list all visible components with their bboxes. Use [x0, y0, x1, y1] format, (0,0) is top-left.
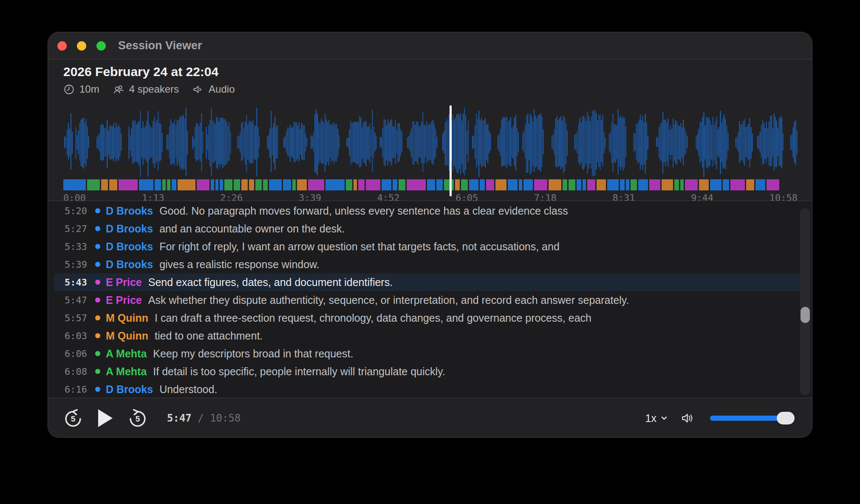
speaker-segment[interactable] — [427, 179, 435, 190]
transcript-row[interactable]: 5:39D Brooksgives a realistic response w… — [54, 255, 803, 273]
speaker-segment[interactable] — [620, 179, 625, 190]
speaker-segment[interactable] — [346, 179, 352, 190]
transcript-row[interactable]: 5:33D BrooksFor right of reply, I want a… — [54, 238, 803, 255]
duration-label: 10m — [79, 83, 99, 95]
speaker-segment[interactable] — [631, 179, 637, 190]
minimize-window-button[interactable] — [77, 41, 86, 51]
speaker-segment[interactable] — [297, 179, 307, 190]
speaker-segment[interactable] — [119, 179, 138, 190]
speaker-segment[interactable] — [234, 179, 240, 190]
skip-back-5-button[interactable]: 5 — [63, 408, 83, 428]
speaker-segment[interactable] — [461, 179, 467, 190]
transcript-row[interactable]: 5:47E PriceAsk whether they dispute auth… — [54, 291, 803, 309]
speaker-segment[interactable] — [730, 179, 745, 190]
speaker-segment[interactable] — [469, 179, 479, 190]
speaker-segment[interactable] — [436, 179, 443, 190]
speaker-segment[interactable] — [178, 179, 195, 190]
speaker-segment[interactable] — [407, 179, 426, 190]
speaker-segment[interactable] — [87, 179, 100, 190]
volume-slider-thumb[interactable] — [777, 412, 795, 425]
speaker-segment[interactable] — [263, 179, 268, 190]
speaker-segment[interactable] — [674, 179, 679, 190]
speaker-segment[interactable] — [649, 179, 661, 190]
playhead[interactable] — [450, 105, 452, 196]
speaker-segment[interactable] — [215, 179, 219, 190]
speaker-segment[interactable] — [255, 179, 262, 190]
speaker-segment[interactable] — [534, 179, 547, 190]
speaker-segment[interactable] — [699, 179, 709, 190]
speaker-segment[interactable] — [549, 179, 561, 190]
transcript-row[interactable]: 5:27D Brooksand an accountable owner on … — [54, 220, 803, 238]
speaker-name: E Price — [106, 276, 142, 289]
volume-slider[interactable] — [710, 416, 793, 421]
speaker-segment[interactable] — [220, 179, 223, 190]
speaker-segment[interactable] — [577, 179, 581, 190]
speaker-segment[interactable] — [597, 179, 606, 190]
skip-forward-5-button[interactable]: 5 — [128, 408, 147, 428]
speaker-segment[interactable] — [224, 179, 232, 190]
speaker-segment[interactable] — [241, 179, 248, 190]
speaker-segment[interactable] — [723, 179, 729, 190]
speaker-segment[interactable] — [366, 179, 380, 190]
speaker-segment[interactable] — [607, 179, 619, 190]
speaker-segment[interactable] — [519, 179, 522, 190]
speaker-segment[interactable] — [508, 179, 518, 190]
speaker-segment[interactable] — [139, 179, 153, 190]
waveform[interactable] — [63, 108, 798, 177]
scrollbar-thumb[interactable] — [801, 307, 810, 323]
row-timestamp: 5:57 — [63, 313, 87, 323]
speaker-segment[interactable] — [211, 179, 214, 190]
speaker-segment[interactable] — [680, 179, 684, 190]
speaker-segment[interactable] — [325, 179, 345, 190]
speaker-segment[interactable] — [109, 179, 117, 190]
scrollbar-track[interactable] — [800, 208, 810, 395]
play-button[interactable] — [98, 409, 113, 427]
speaker-segment[interactable] — [626, 179, 629, 190]
speaker-segment[interactable] — [523, 179, 533, 190]
speaker-segment-bar[interactable] — [63, 179, 779, 190]
transcript-row[interactable]: 6:03M Quinntied to one attachment. — [54, 327, 803, 345]
speaker-segment[interactable] — [662, 179, 673, 190]
speaker-segment[interactable] — [358, 179, 365, 190]
speaker-segment[interactable] — [569, 179, 575, 190]
transcript-row[interactable]: 5:57M QuinnI can draft a three-section r… — [54, 309, 803, 327]
speaker-segment[interactable] — [63, 179, 86, 190]
speaker-segment[interactable] — [393, 179, 397, 190]
speaker-segment[interactable] — [155, 179, 161, 190]
speaker-segment[interactable] — [101, 179, 108, 190]
speaker-segment[interactable] — [283, 179, 291, 190]
speaker-segment[interactable] — [746, 179, 754, 190]
speaker-segment[interactable] — [382, 179, 391, 190]
transcript-row[interactable]: 6:06A MehtaKeep my descriptors broad in … — [54, 345, 803, 362]
speaker-segment[interactable] — [162, 179, 166, 190]
speaker-segment[interactable] — [292, 179, 296, 190]
speaker-segment[interactable] — [197, 179, 209, 190]
transcript-row[interactable]: 5:43E PriceSend exact figures, dates, an… — [54, 273, 803, 291]
speaker-segment[interactable] — [399, 179, 405, 190]
close-window-button[interactable] — [57, 41, 67, 51]
speaker-segment[interactable] — [308, 179, 324, 190]
transcript-row[interactable]: 5:20D BrooksGood. No paragraph moves for… — [54, 202, 803, 220]
speaker-segment[interactable] — [172, 179, 176, 190]
zoom-window-button[interactable] — [96, 41, 106, 51]
speaker-segment[interactable] — [269, 179, 282, 190]
speaker-segment[interactable] — [685, 179, 698, 190]
transcript-row[interactable]: 6:08A MehtaIf detail is too specific, pe… — [54, 362, 803, 380]
speaker-segment[interactable] — [638, 179, 648, 190]
speaker-segment[interactable] — [480, 179, 484, 190]
speaker-segment[interactable] — [710, 179, 721, 190]
speaker-segment[interactable] — [587, 179, 595, 190]
transcript-row[interactable]: 6:16D BrooksUnderstood. — [54, 380, 803, 398]
speaker-segment[interactable] — [486, 179, 494, 190]
speaker-segment[interactable] — [455, 179, 460, 190]
speaker-segment[interactable] — [354, 179, 357, 190]
speaker-segment[interactable] — [444, 179, 454, 190]
speaker-segment[interactable] — [755, 179, 765, 190]
speaker-segment[interactable] — [767, 179, 779, 190]
speaker-segment[interactable] — [495, 179, 507, 190]
speaker-segment[interactable] — [167, 179, 170, 190]
speaker-segment[interactable] — [249, 179, 254, 190]
playback-speed-dropdown[interactable]: 1x — [645, 412, 668, 425]
speaker-segment[interactable] — [583, 179, 586, 190]
speaker-segment[interactable] — [563, 179, 567, 190]
